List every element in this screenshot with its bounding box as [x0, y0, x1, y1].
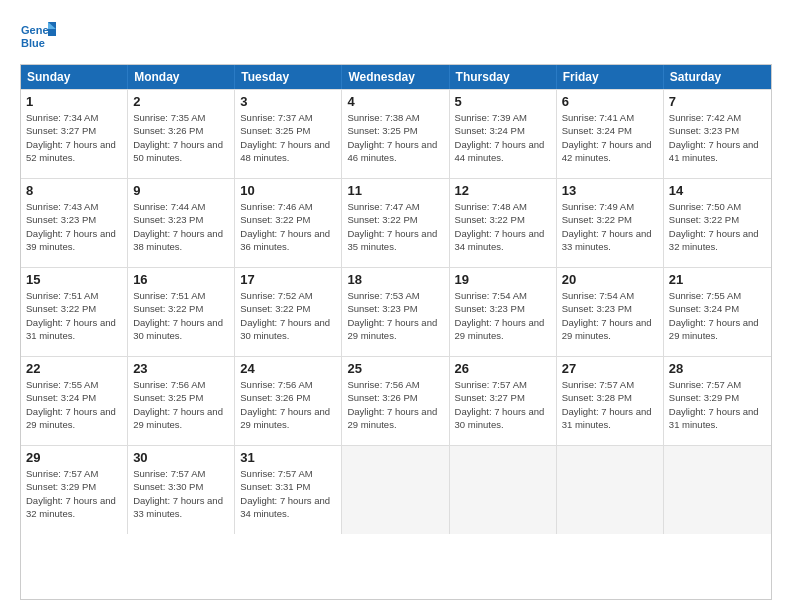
- cell-info: Sunrise: 7:37 AMSunset: 3:25 PMDaylight:…: [240, 111, 336, 164]
- cal-cell-20: 20Sunrise: 7:54 AMSunset: 3:23 PMDayligh…: [557, 268, 664, 356]
- cal-cell-6: 6Sunrise: 7:41 AMSunset: 3:24 PMDaylight…: [557, 90, 664, 178]
- day-number: 29: [26, 450, 122, 465]
- cell-info: Sunrise: 7:54 AMSunset: 3:23 PMDaylight:…: [562, 289, 658, 342]
- logo-svg: General Blue: [20, 18, 56, 54]
- cell-info: Sunrise: 7:38 AMSunset: 3:25 PMDaylight:…: [347, 111, 443, 164]
- cal-cell-26: 26Sunrise: 7:57 AMSunset: 3:27 PMDayligh…: [450, 357, 557, 445]
- cell-info: Sunrise: 7:43 AMSunset: 3:23 PMDaylight:…: [26, 200, 122, 253]
- day-number: 14: [669, 183, 766, 198]
- day-number: 6: [562, 94, 658, 109]
- day-number: 2: [133, 94, 229, 109]
- day-number: 30: [133, 450, 229, 465]
- cal-cell-11: 11Sunrise: 7:47 AMSunset: 3:22 PMDayligh…: [342, 179, 449, 267]
- cal-cell-12: 12Sunrise: 7:48 AMSunset: 3:22 PMDayligh…: [450, 179, 557, 267]
- day-number: 12: [455, 183, 551, 198]
- cal-header-tuesday: Tuesday: [235, 65, 342, 89]
- cal-cell-19: 19Sunrise: 7:54 AMSunset: 3:23 PMDayligh…: [450, 268, 557, 356]
- day-number: 31: [240, 450, 336, 465]
- cal-cell-1: 1Sunrise: 7:34 AMSunset: 3:27 PMDaylight…: [21, 90, 128, 178]
- cal-cell-23: 23Sunrise: 7:56 AMSunset: 3:25 PMDayligh…: [128, 357, 235, 445]
- cell-info: Sunrise: 7:52 AMSunset: 3:22 PMDaylight:…: [240, 289, 336, 342]
- cal-cell-16: 16Sunrise: 7:51 AMSunset: 3:22 PMDayligh…: [128, 268, 235, 356]
- day-number: 22: [26, 361, 122, 376]
- cell-info: Sunrise: 7:34 AMSunset: 3:27 PMDaylight:…: [26, 111, 122, 164]
- cal-cell-8: 8Sunrise: 7:43 AMSunset: 3:23 PMDaylight…: [21, 179, 128, 267]
- day-number: 8: [26, 183, 122, 198]
- cal-row-4: 29Sunrise: 7:57 AMSunset: 3:29 PMDayligh…: [21, 445, 771, 534]
- day-number: 3: [240, 94, 336, 109]
- cal-cell-empty: [342, 446, 449, 534]
- day-number: 21: [669, 272, 766, 287]
- day-number: 10: [240, 183, 336, 198]
- cell-info: Sunrise: 7:57 AMSunset: 3:28 PMDaylight:…: [562, 378, 658, 431]
- logo: General Blue: [20, 18, 56, 54]
- day-number: 7: [669, 94, 766, 109]
- day-number: 17: [240, 272, 336, 287]
- cell-info: Sunrise: 7:41 AMSunset: 3:24 PMDaylight:…: [562, 111, 658, 164]
- cal-cell-29: 29Sunrise: 7:57 AMSunset: 3:29 PMDayligh…: [21, 446, 128, 534]
- day-number: 19: [455, 272, 551, 287]
- day-number: 9: [133, 183, 229, 198]
- cell-info: Sunrise: 7:57 AMSunset: 3:27 PMDaylight:…: [455, 378, 551, 431]
- day-number: 1: [26, 94, 122, 109]
- cal-header-friday: Friday: [557, 65, 664, 89]
- cal-cell-3: 3Sunrise: 7:37 AMSunset: 3:25 PMDaylight…: [235, 90, 342, 178]
- cell-info: Sunrise: 7:39 AMSunset: 3:24 PMDaylight:…: [455, 111, 551, 164]
- day-number: 4: [347, 94, 443, 109]
- day-number: 27: [562, 361, 658, 376]
- day-number: 24: [240, 361, 336, 376]
- cell-info: Sunrise: 7:57 AMSunset: 3:29 PMDaylight:…: [26, 467, 122, 520]
- calendar-body: 1Sunrise: 7:34 AMSunset: 3:27 PMDaylight…: [21, 89, 771, 534]
- cell-info: Sunrise: 7:47 AMSunset: 3:22 PMDaylight:…: [347, 200, 443, 253]
- cell-info: Sunrise: 7:42 AMSunset: 3:23 PMDaylight:…: [669, 111, 766, 164]
- cal-row-1: 8Sunrise: 7:43 AMSunset: 3:23 PMDaylight…: [21, 178, 771, 267]
- cell-info: Sunrise: 7:46 AMSunset: 3:22 PMDaylight:…: [240, 200, 336, 253]
- cal-cell-7: 7Sunrise: 7:42 AMSunset: 3:23 PMDaylight…: [664, 90, 771, 178]
- cell-info: Sunrise: 7:57 AMSunset: 3:29 PMDaylight:…: [669, 378, 766, 431]
- cell-info: Sunrise: 7:56 AMSunset: 3:26 PMDaylight:…: [240, 378, 336, 431]
- cal-cell-empty: [450, 446, 557, 534]
- cal-cell-22: 22Sunrise: 7:55 AMSunset: 3:24 PMDayligh…: [21, 357, 128, 445]
- cal-header-sunday: Sunday: [21, 65, 128, 89]
- cal-header-saturday: Saturday: [664, 65, 771, 89]
- calendar-header: SundayMondayTuesdayWednesdayThursdayFrid…: [21, 65, 771, 89]
- cal-row-3: 22Sunrise: 7:55 AMSunset: 3:24 PMDayligh…: [21, 356, 771, 445]
- cal-cell-13: 13Sunrise: 7:49 AMSunset: 3:22 PMDayligh…: [557, 179, 664, 267]
- cell-info: Sunrise: 7:56 AMSunset: 3:26 PMDaylight:…: [347, 378, 443, 431]
- cell-info: Sunrise: 7:50 AMSunset: 3:22 PMDaylight:…: [669, 200, 766, 253]
- day-number: 11: [347, 183, 443, 198]
- cal-header-monday: Monday: [128, 65, 235, 89]
- header: General Blue: [20, 18, 772, 54]
- cal-cell-24: 24Sunrise: 7:56 AMSunset: 3:26 PMDayligh…: [235, 357, 342, 445]
- cal-cell-15: 15Sunrise: 7:51 AMSunset: 3:22 PMDayligh…: [21, 268, 128, 356]
- cell-info: Sunrise: 7:51 AMSunset: 3:22 PMDaylight:…: [26, 289, 122, 342]
- cell-info: Sunrise: 7:53 AMSunset: 3:23 PMDaylight:…: [347, 289, 443, 342]
- cal-row-2: 15Sunrise: 7:51 AMSunset: 3:22 PMDayligh…: [21, 267, 771, 356]
- cal-cell-14: 14Sunrise: 7:50 AMSunset: 3:22 PMDayligh…: [664, 179, 771, 267]
- cell-info: Sunrise: 7:48 AMSunset: 3:22 PMDaylight:…: [455, 200, 551, 253]
- day-number: 23: [133, 361, 229, 376]
- cal-cell-28: 28Sunrise: 7:57 AMSunset: 3:29 PMDayligh…: [664, 357, 771, 445]
- cell-info: Sunrise: 7:35 AMSunset: 3:26 PMDaylight:…: [133, 111, 229, 164]
- cal-cell-2: 2Sunrise: 7:35 AMSunset: 3:26 PMDaylight…: [128, 90, 235, 178]
- cal-cell-30: 30Sunrise: 7:57 AMSunset: 3:30 PMDayligh…: [128, 446, 235, 534]
- day-number: 18: [347, 272, 443, 287]
- cell-info: Sunrise: 7:55 AMSunset: 3:24 PMDaylight:…: [26, 378, 122, 431]
- day-number: 13: [562, 183, 658, 198]
- cell-info: Sunrise: 7:54 AMSunset: 3:23 PMDaylight:…: [455, 289, 551, 342]
- cal-cell-18: 18Sunrise: 7:53 AMSunset: 3:23 PMDayligh…: [342, 268, 449, 356]
- svg-text:Blue: Blue: [21, 37, 45, 49]
- cal-cell-31: 31Sunrise: 7:57 AMSunset: 3:31 PMDayligh…: [235, 446, 342, 534]
- day-number: 26: [455, 361, 551, 376]
- cal-cell-empty: [557, 446, 664, 534]
- cal-cell-4: 4Sunrise: 7:38 AMSunset: 3:25 PMDaylight…: [342, 90, 449, 178]
- day-number: 5: [455, 94, 551, 109]
- cell-info: Sunrise: 7:57 AMSunset: 3:30 PMDaylight:…: [133, 467, 229, 520]
- cal-cell-empty: [664, 446, 771, 534]
- day-number: 28: [669, 361, 766, 376]
- day-number: 15: [26, 272, 122, 287]
- calendar: SundayMondayTuesdayWednesdayThursdayFrid…: [20, 64, 772, 600]
- page: General Blue SundayMondayTuesdayWednesda…: [0, 0, 792, 612]
- cal-cell-17: 17Sunrise: 7:52 AMSunset: 3:22 PMDayligh…: [235, 268, 342, 356]
- cal-cell-5: 5Sunrise: 7:39 AMSunset: 3:24 PMDaylight…: [450, 90, 557, 178]
